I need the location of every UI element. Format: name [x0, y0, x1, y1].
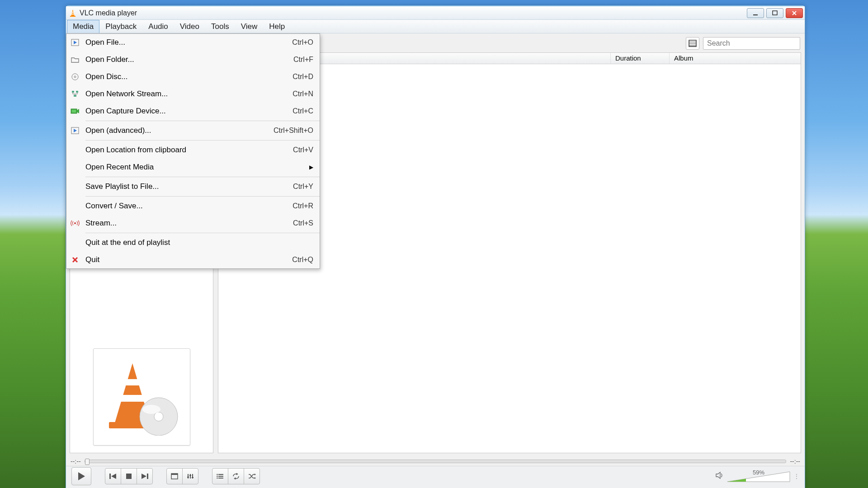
svg-marker-45 [74, 41, 77, 44]
window-title: VLC media player [80, 9, 137, 17]
blank-icon [70, 145, 80, 155]
playlist-view-button[interactable] [686, 37, 699, 50]
svg-rect-26 [171, 474, 178, 475]
menu-item-shortcut: Ctrl+Q [292, 256, 313, 264]
svg-rect-9 [123, 379, 142, 385]
media-menu-item[interactable]: Quit at the end of playlist [66, 234, 320, 251]
menu-item-shortcut: Ctrl+D [292, 73, 313, 81]
svg-rect-3 [70, 16, 75, 17]
svg-point-47 [74, 76, 76, 78]
extended-settings-button[interactable] [182, 468, 198, 484]
maximize-button[interactable] [766, 8, 783, 18]
svg-rect-52 [72, 110, 76, 113]
stop-button[interactable] [121, 468, 137, 484]
media-menu-item[interactable]: Open Folder...Ctrl+F [66, 51, 320, 68]
svg-rect-10 [120, 395, 145, 402]
shuffle-button[interactable] [244, 468, 260, 484]
next-button[interactable] [137, 468, 153, 484]
play-file-icon [70, 38, 80, 47]
menu-item-label: Open Recent Media [85, 163, 304, 172]
svg-marker-23 [142, 474, 146, 479]
svg-marker-0 [71, 9, 75, 16]
vlc-window: VLC media player Media Playback Audio Vi… [66, 5, 805, 488]
quit-icon [70, 255, 80, 265]
menu-item-label: Open (advanced)... [85, 126, 268, 135]
volume-slider[interactable]: 59% [727, 470, 790, 483]
loop-button[interactable] [228, 468, 244, 484]
svg-rect-28 [190, 474, 191, 479]
menu-item-label: Stream... [85, 219, 288, 228]
media-menu-item[interactable]: QuitCtrl+Q [66, 251, 320, 268]
col-duration[interactable]: Duration [611, 53, 670, 64]
menubar: Media Playback Audio Video Tools View He… [66, 20, 805, 33]
volume-percent: 59% [753, 469, 764, 476]
col-album[interactable]: Album [670, 53, 801, 64]
media-menu-item[interactable]: Open Network Stream...Ctrl+N [66, 85, 320, 103]
close-button[interactable] [786, 8, 803, 18]
menu-item-label: Convert / Save... [85, 202, 287, 211]
menu-item-shortcut: Ctrl+F [293, 56, 313, 64]
menu-item-label: Open File... [85, 38, 287, 47]
menu-help[interactable]: Help [263, 20, 291, 33]
menu-item-label: Open Location from clipboard [85, 145, 288, 155]
media-menu-item[interactable]: Stream...Ctrl+S [66, 215, 320, 232]
fullscreen-button[interactable] [166, 468, 183, 484]
previous-button[interactable] [105, 468, 121, 484]
media-menu-item[interactable]: Open (advanced)...Ctrl+Shift+O [66, 122, 320, 139]
minimize-button[interactable] [747, 8, 764, 18]
seek-slider[interactable] [85, 460, 787, 463]
menu-item-label: Save Playlist to File... [85, 182, 288, 191]
blank-icon [70, 182, 80, 192]
media-menu-item[interactable]: Open Recent Media▶ [66, 159, 320, 176]
menu-media[interactable]: Media [67, 20, 99, 33]
svg-rect-49 [76, 91, 78, 93]
svg-rect-5 [773, 11, 777, 15]
titlebar: VLC media player [66, 6, 805, 20]
media-menu-item[interactable]: Open File...Ctrl+O [66, 34, 320, 51]
play-button[interactable] [71, 467, 91, 485]
playlist-button[interactable] [212, 468, 228, 484]
svg-rect-2 [71, 14, 75, 14]
svg-rect-1 [72, 12, 74, 13]
search-input[interactable] [703, 37, 800, 50]
svg-marker-40 [255, 477, 256, 479]
menu-item-label: Quit [85, 255, 287, 264]
media-menu-item[interactable]: Save Playlist to File...Ctrl+Y [66, 178, 320, 195]
svg-rect-50 [74, 95, 76, 97]
media-menu-item[interactable]: Open Location from clipboardCtrl+V [66, 141, 320, 159]
menu-item-label: Open Folder... [85, 55, 288, 64]
disc-icon [70, 72, 80, 82]
svg-rect-48 [72, 91, 74, 93]
svg-marker-55 [74, 129, 77, 132]
svg-marker-53 [77, 109, 79, 113]
vlc-cone-icon [69, 9, 77, 17]
media-menu-item[interactable]: Open Capture Device...Ctrl+C [66, 103, 320, 120]
menu-view[interactable]: View [235, 20, 264, 33]
media-menu-item[interactable]: Convert / Save...Ctrl+R [66, 197, 320, 215]
svg-rect-30 [187, 477, 189, 478]
menu-item-shortcut: Ctrl+V [293, 146, 313, 154]
svg-rect-4 [753, 14, 758, 15]
menu-video[interactable]: Video [174, 20, 205, 33]
svg-point-36 [217, 474, 218, 475]
speaker-icon[interactable] [715, 471, 723, 481]
menu-item-shortcut: Ctrl+N [292, 90, 313, 98]
controls-bar: 59% ⋮ [66, 466, 805, 488]
svg-marker-19 [78, 472, 85, 480]
svg-point-37 [217, 475, 218, 477]
menu-tools[interactable]: Tools [205, 20, 235, 33]
menu-item-shortcut: Ctrl+Y [293, 183, 313, 191]
network-icon [70, 89, 80, 99]
svg-point-38 [217, 477, 218, 479]
blank-icon [70, 201, 80, 211]
time-remaining: --:-- [790, 458, 800, 465]
menu-item-label: Quit at the end of playlist [85, 238, 313, 247]
svg-marker-21 [111, 474, 116, 479]
menu-item-shortcut: Ctrl+Shift+O [274, 127, 313, 135]
menu-playback[interactable]: Playback [99, 20, 142, 33]
volume-max-icon: ⋮ [794, 473, 799, 479]
media-menu-item[interactable]: Open Disc...Ctrl+D [66, 68, 320, 85]
svg-rect-32 [192, 477, 193, 478]
svg-rect-31 [189, 475, 191, 476]
menu-audio[interactable]: Audio [142, 20, 174, 33]
